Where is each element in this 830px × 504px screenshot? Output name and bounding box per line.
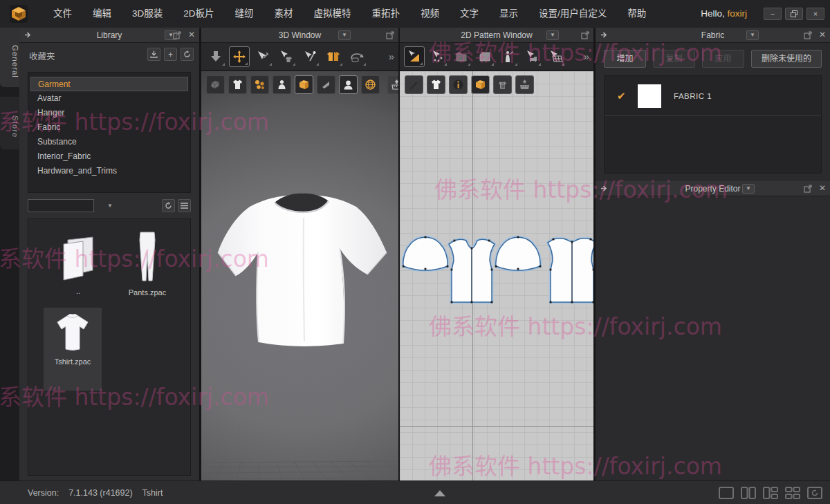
tab-store[interactable]: Store (0, 97, 19, 149)
library-category[interactable]: Avatar (30, 91, 188, 106)
measure-toggle[interactable] (387, 75, 398, 94)
add-favorite-button[interactable]: + (164, 48, 177, 61)
more-tools-icon[interactable]: » (389, 50, 394, 62)
download-button[interactable] (147, 48, 160, 61)
select-brush-tool[interactable] (252, 46, 273, 67)
fabric-buttons-row: 增加复制应用删除未使用的 (596, 43, 830, 74)
fabric-swatch[interactable] (638, 84, 661, 108)
library-category-list: GarmentAvatarHangerFabricSubstanceInteri… (28, 72, 191, 193)
fabric-action-button[interactable]: 删除未使用的 (751, 50, 822, 68)
library-search-row: ▼ (28, 199, 191, 213)
select-garment-tool[interactable] (276, 46, 297, 67)
library-category[interactable]: Hanger (30, 106, 188, 120)
2d-window-dropdown[interactable]: ▼ (546, 30, 559, 40)
arrangement-gizmo-tool[interactable] (205, 46, 226, 67)
search-dropdown-icon[interactable]: ▼ (101, 200, 119, 212)
menu-item[interactable]: 文件 (43, 0, 82, 28)
layout-quad-icon[interactable] (784, 486, 801, 500)
layout-reset-icon[interactable] (806, 486, 823, 500)
avatar-head-toggle[interactable] (339, 75, 358, 94)
tab-general[interactable]: General (0, 28, 19, 87)
library-category[interactable]: Interior_Fabric (30, 149, 188, 164)
3d-viewport[interactable] (201, 71, 398, 480)
library-category[interactable]: Garment (30, 77, 188, 91)
more-tools-icon[interactable]: » (584, 50, 589, 62)
measure-2d-toggle[interactable] (515, 75, 534, 94)
close-icon[interactable]: ✕ (818, 183, 827, 193)
pin-tool[interactable] (299, 46, 320, 67)
menu-item[interactable]: 文字 (450, 0, 489, 28)
menu-item[interactable]: 2D板片 (173, 0, 224, 28)
fabric-action-button[interactable]: 应用 (702, 50, 744, 68)
garment-3d-toggle[interactable] (228, 75, 247, 94)
fabric-dropdown-button[interactable]: ▼ (746, 30, 759, 40)
username[interactable]: foxirj (727, 8, 747, 19)
fold-arrangement-tool[interactable] (323, 46, 344, 67)
file-item[interactable]: .. (45, 232, 111, 304)
popout-icon[interactable] (804, 31, 812, 39)
avatar-toggle[interactable] (273, 75, 291, 94)
particle-distance-toggle[interactable] (250, 75, 269, 94)
popout-icon[interactable] (804, 185, 812, 193)
window-controls: − × (764, 8, 824, 20)
2d-viewport[interactable] (400, 71, 593, 480)
rectangle-tool[interactable] (474, 46, 495, 67)
garment-2d-toggle[interactable] (427, 75, 445, 94)
popout-icon[interactable] (386, 31, 394, 39)
minimize-button[interactable]: − (764, 8, 782, 20)
menu-item[interactable]: 设置/用户自定义 (528, 0, 617, 28)
menu-item[interactable]: 重拓扑 (362, 0, 411, 28)
fabric-action-button[interactable]: 增加 (604, 50, 646, 68)
fabric-list-item[interactable]: ✔ FABRIC 1 (605, 76, 821, 116)
pattern-info-toggle[interactable] (449, 75, 468, 94)
menu-item[interactable]: 虚拟模特 (304, 0, 362, 28)
fabric-view-toggle[interactable] (295, 75, 313, 94)
property-dropdown-button[interactable]: ▼ (742, 184, 755, 194)
menu-item[interactable]: 3D服装 (122, 0, 173, 28)
globe-texture-toggle[interactable] (361, 75, 380, 94)
fabric-2d-toggle[interactable] (471, 75, 490, 94)
menu-item[interactable]: 显示 (489, 0, 528, 28)
sewing-machine-tool[interactable] (522, 46, 542, 67)
layout-single-icon[interactable] (718, 486, 735, 500)
edit-pattern-tool[interactable] (427, 46, 448, 67)
lock-pattern-toggle[interactable] (493, 75, 512, 94)
polygon-tool[interactable] (451, 46, 472, 67)
library-category[interactable]: Substance (30, 135, 188, 149)
2d-toggle-row (405, 75, 534, 94)
menu-item[interactable]: 帮助 (617, 0, 656, 28)
close-icon[interactable]: ✕ (818, 30, 827, 39)
file-item[interactable]: Tshirt.zpac (44, 308, 102, 391)
fabric-action-button[interactable]: 复制 (653, 50, 695, 68)
library-category[interactable]: Fabric (30, 120, 188, 135)
2d-pattern-window: 2D Pattern Window ▼ » (400, 28, 593, 480)
popout-icon[interactable] (173, 31, 181, 39)
search-input[interactable] (28, 199, 94, 212)
layout-mixed-icon[interactable] (762, 486, 779, 500)
menu-item[interactable]: 素材 (264, 0, 304, 28)
layout-two-column-icon[interactable] (740, 486, 757, 500)
list-view-button[interactable] (178, 199, 191, 212)
transform-pattern-tool[interactable] (404, 46, 425, 67)
file-item[interactable]: Pants.zpac (114, 226, 181, 304)
library-category[interactable]: Hardware_and_Trims (30, 164, 188, 178)
close-icon[interactable]: ✕ (187, 30, 196, 39)
restore-button[interactable] (785, 8, 803, 20)
pattern-on-avatar-tool[interactable] (498, 46, 519, 67)
plane-toggle[interactable] (317, 75, 335, 94)
2d-window-title: 2D Pattern Window (400, 28, 593, 43)
close-button[interactable]: × (806, 8, 824, 20)
reload-files-button[interactable] (162, 199, 175, 212)
expand-panel-arrow[interactable] (434, 490, 445, 496)
rotate-view-tool[interactable] (347, 46, 367, 67)
refresh-button[interactable] (181, 48, 194, 61)
menu-item[interactable]: 编辑 (82, 0, 122, 28)
menu-item[interactable]: 视频 (410, 0, 450, 28)
pen-toggle[interactable] (405, 75, 423, 94)
popout-icon[interactable] (581, 31, 589, 39)
3d-window-dropdown[interactable]: ▼ (338, 30, 351, 40)
select-move-tool[interactable] (229, 46, 250, 67)
internal-grid-tool[interactable] (545, 46, 566, 67)
menu-item[interactable]: 缝纫 (225, 0, 264, 28)
mesh-toggle[interactable] (206, 75, 225, 94)
